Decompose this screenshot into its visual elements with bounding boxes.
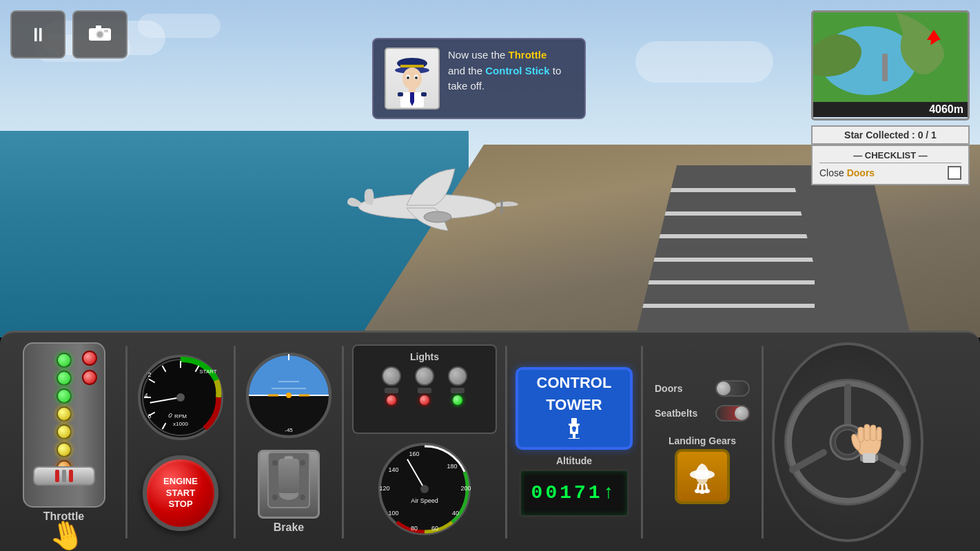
svg-point-81: [572, 426, 576, 430]
divider-1: [125, 346, 127, 539]
svg-point-42: [176, 393, 185, 402]
control-tower-line2: TOWER: [546, 396, 602, 414]
svg-point-60: [300, 460, 305, 466]
svg-text:200: 200: [460, 485, 471, 492]
landing-gear-button[interactable]: [675, 449, 730, 504]
svg-point-59: [272, 460, 278, 466]
light-switch-2[interactable]: [415, 366, 434, 405]
throttle-highlight: Throttle: [509, 49, 547, 61]
svg-point-52: [286, 393, 292, 398]
svg-point-21: [407, 76, 409, 79]
green-indicator-3: [453, 395, 462, 405]
svg-text:140: 140: [388, 466, 398, 473]
throttle-section: Throttle 🤚: [10, 342, 117, 542]
altitude-section: Altitude 00171↑: [519, 455, 629, 517]
brake-label: Brake: [274, 521, 304, 534]
svg-text:6: 6: [147, 413, 151, 419]
svg-rect-25: [882, 54, 888, 81]
svg-rect-76: [571, 418, 577, 424]
tooltip-box: Now use the Throttle and the Control Sti…: [372, 38, 586, 119]
svg-rect-7: [104, 30, 108, 32]
light-yellow-1: [57, 406, 72, 422]
landing-gear-section: Landing Gears: [655, 435, 750, 504]
svg-text:100: 100: [388, 510, 398, 517]
altitude-label: Altitude: [556, 455, 592, 466]
camera-icon: [88, 23, 112, 47]
svg-text:2: 2: [147, 371, 151, 378]
minimap-distance: 4060m: [813, 102, 968, 117]
engine-label-1: ENGINE: [163, 476, 198, 488]
light-switch-3[interactable]: [448, 366, 467, 405]
doors-toggle[interactable]: [715, 380, 750, 397]
switch-knob-2: [415, 366, 434, 386]
seatbelts-switch-row: Seatbelts: [655, 405, 750, 422]
lights-label: Lights: [410, 351, 439, 362]
doors-switch-row: Doors: [655, 380, 750, 397]
svg-point-1: [424, 211, 451, 222]
airspeed-gauge-container: 160 180 200 40 140 120 100 80 60 Air Spe…: [376, 441, 473, 540]
divider-4: [505, 346, 507, 539]
throttle-slider[interactable]: [23, 342, 105, 508]
light-green-1: [57, 353, 72, 368]
svg-rect-57: [284, 456, 294, 494]
svg-rect-18: [421, 92, 427, 96]
throttle-red-dot-1: [82, 351, 97, 366]
control-tower-line1: CONTROL: [537, 374, 612, 392]
svg-point-86: [695, 489, 700, 493]
svg-rect-11: [400, 65, 424, 67]
svg-rect-99: [864, 424, 870, 441]
altitude-value: 00171↑: [531, 482, 617, 503]
pilot-avatar: [385, 48, 440, 110]
checklist-panel: — CHECKLIST — Close Doors: [811, 145, 970, 185]
svg-text:60: 60: [431, 525, 438, 532]
svg-rect-6: [96, 25, 101, 29]
light-switch-1[interactable]: [382, 366, 401, 405]
svg-rect-15: [410, 92, 414, 102]
svg-point-5: [97, 32, 103, 37]
brake-section: Brake: [258, 450, 320, 534]
svg-rect-101: [877, 427, 881, 441]
seatbelts-toggle[interactable]: [715, 405, 750, 422]
svg-point-61: [272, 495, 278, 500]
svg-text:-45: -45: [285, 427, 293, 433]
switches-panel: Doors Seatbelts: [655, 380, 750, 422]
divider-2: [234, 346, 236, 539]
brake-handle[interactable]: [258, 450, 320, 519]
camera-button[interactable]: [72, 10, 127, 59]
light-green-2: [57, 371, 72, 386]
svg-rect-79: [573, 434, 575, 438]
seatbelts-label: Seatbelts: [655, 408, 710, 419]
lights-row: [382, 366, 467, 405]
rpm-gauge-container: 0 2 4 6 START RPM x1000: [136, 353, 225, 445]
divider-5: [641, 346, 643, 539]
svg-rect-17: [398, 92, 403, 96]
pause-button[interactable]: ⏸: [10, 10, 65, 59]
red-indicator-2: [420, 395, 429, 405]
throttle-lights: [57, 353, 72, 475]
svg-text:120: 120: [379, 485, 389, 492]
engine-start-stop-button[interactable]: ENGINE START STOP: [143, 455, 218, 531]
svg-rect-104: [863, 453, 875, 463]
switch-knob-1: [382, 366, 401, 386]
engine-label-2: START: [166, 488, 195, 499]
svg-point-58: [278, 487, 299, 501]
steering-wheel[interactable]: [772, 342, 923, 542]
svg-text:180: 180: [447, 463, 457, 470]
control-tower-icon: [560, 418, 588, 443]
checklist-checkbox[interactable]: [948, 166, 961, 180]
throttle-handle[interactable]: [33, 466, 95, 486]
light-yellow-3: [57, 442, 72, 457]
throttle-red-dot-2: [82, 370, 97, 385]
divider-3: [342, 346, 344, 539]
switch-base-1: [385, 388, 398, 393]
lights-panel: Lights: [352, 344, 497, 434]
svg-text:x1000: x1000: [173, 421, 188, 427]
control-tower-button[interactable]: CONTROL TOWER: [515, 367, 633, 450]
svg-text:160: 160: [409, 450, 419, 457]
switch-knob-3: [448, 366, 467, 386]
svg-point-88: [704, 489, 710, 493]
svg-text:80: 80: [411, 525, 418, 532]
control-stick-highlight: Control Stick: [485, 65, 549, 76]
svg-point-62: [300, 495, 305, 500]
switch-base-2: [418, 388, 431, 393]
